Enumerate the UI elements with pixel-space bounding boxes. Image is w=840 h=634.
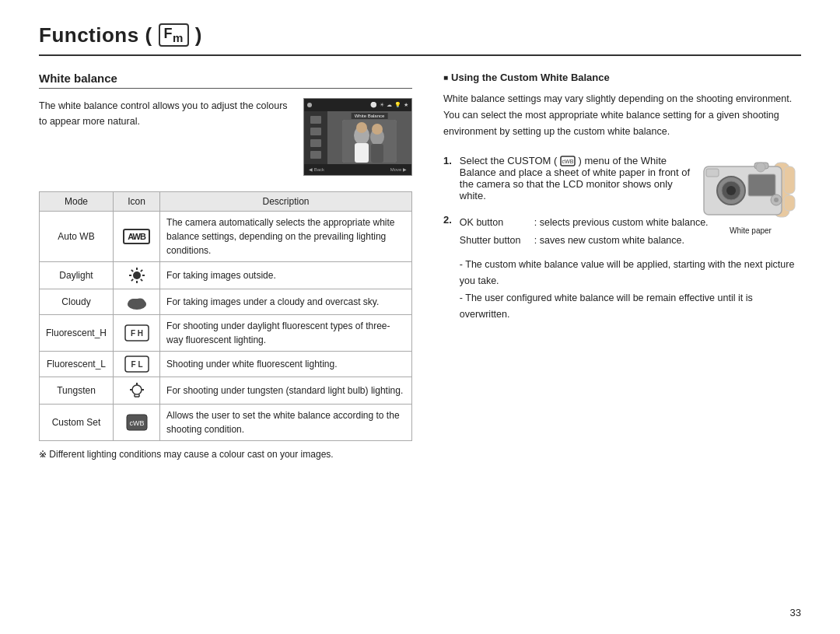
table-row: Tungsten For shooting under tungsten (st…: [40, 377, 412, 404]
table-row: Fluorescent_H F H For shooting under day…: [40, 314, 412, 351]
icon-cell: AWB: [114, 211, 160, 261]
step-2-content: OK button : selects previous custom whit…: [460, 214, 801, 323]
desc-cell: For taking images under a cloudy and ove…: [160, 289, 412, 314]
desc-cell: The camera automatically selects the app…: [160, 211, 412, 261]
screen-icon-4: 💡: [394, 102, 401, 108]
svg-line-14: [140, 270, 142, 271]
mode-cell: Tungsten: [40, 377, 114, 404]
sun-icon: [120, 266, 153, 285]
ok-button-label: OK button: [460, 214, 530, 232]
screen-icon-5: ★: [404, 102, 408, 108]
svg-point-46: [756, 163, 765, 172]
mode-cell: Fluorescent_H: [40, 314, 114, 351]
svg-point-18: [135, 298, 145, 305]
screen-back-label: ◀ Back: [309, 166, 324, 172]
mode-cell: Auto WB: [40, 211, 114, 261]
intro-text: The white balance control allows you to …: [39, 98, 291, 176]
desc-cell: Allows the user to set the white balance…: [160, 404, 412, 440]
intro-block: The white balance control allows you to …: [39, 98, 412, 176]
table-row: Custom Set cWB Allows the user to set th…: [40, 404, 412, 440]
screen-icon-3: ☁: [387, 102, 392, 108]
col-header-mode: Mode: [40, 191, 114, 211]
step-1-number: 1.: [443, 155, 452, 202]
svg-line-12: [131, 270, 132, 271]
svg-text:F H: F H: [130, 329, 142, 338]
svg-line-13: [140, 279, 142, 281]
right-column: Using the Custom White Balance White bal…: [443, 72, 801, 460]
screen-icon-1: ⚪: [370, 102, 377, 108]
svg-text:F L: F L: [131, 360, 142, 369]
mode-cell: Custom Set: [40, 404, 114, 440]
fluorescent-l-icon: F L: [120, 356, 153, 373]
icon-cell: F H: [114, 314, 160, 351]
awb-icon: AWB: [123, 229, 150, 244]
screen-icon-2: ☀: [380, 102, 384, 108]
step-1-content: Select the CUSTOM ( cWB ) menu of the Wh…: [460, 155, 801, 202]
tungsten-icon: [120, 381, 153, 400]
mini-icon-1: [310, 116, 321, 124]
svg-rect-42: [706, 169, 719, 177]
svg-point-7: [133, 271, 141, 279]
mode-cell: Fluorescent_L: [40, 351, 114, 377]
svg-text:cWB: cWB: [129, 419, 144, 427]
fluorescent-h-icon: F H: [120, 324, 153, 342]
mini-icon-4: [310, 151, 321, 159]
shutter-button-line: Shutter button : saves new custom white …: [460, 232, 801, 250]
table-row: Daylight For taking images outside.: [40, 261, 412, 289]
bullet-notes: - The custom white balance value will be…: [460, 257, 801, 323]
svg-rect-0: [342, 120, 397, 163]
left-column: White balance The white balance control …: [39, 72, 412, 460]
screen-move-label: Move ▶: [390, 166, 407, 172]
table-row: Fluorescent_L F L Shooting under white f…: [40, 351, 412, 377]
camera-hand-svg: [700, 155, 801, 225]
functions-icon: Fm: [159, 23, 189, 47]
wb-label: White Balance: [352, 113, 388, 119]
svg-point-6: [372, 124, 383, 135]
svg-rect-43: [748, 174, 775, 196]
right-intro-text: White balance settings may vary slightly…: [443, 91, 801, 141]
camera-hand-container: [700, 155, 801, 225]
screen-center: White Balance: [327, 111, 411, 164]
page-number: 33: [790, 607, 801, 618]
step-1: 1. Select the CUSTOM ( cWB ) menu of the…: [443, 155, 801, 202]
col-header-desc: Description: [160, 191, 412, 211]
svg-rect-2: [355, 143, 369, 163]
step-2-number: 2.: [443, 214, 452, 323]
desc-cell: For taking images outside.: [160, 261, 412, 289]
svg-rect-36: [784, 195, 795, 211]
icon-cell: [114, 377, 160, 404]
table-row: Auto WB AWB The camera automatically sel…: [40, 211, 412, 261]
screen-left-panel: [304, 111, 327, 164]
title-text: Functions (: [39, 23, 152, 47]
icon-cell: F L: [114, 351, 160, 377]
icon-cell: [114, 289, 160, 314]
title-end: ): [189, 23, 202, 47]
col-header-icon: Icon: [114, 191, 160, 211]
svg-text:cWB: cWB: [562, 159, 574, 164]
page-title: Functions (Fm ): [39, 23, 202, 48]
camera-hand-illustration: White paper ↑: [700, 155, 801, 193]
screen-main: White Balance: [304, 111, 411, 164]
table-header-row: Mode Icon Description: [40, 191, 412, 211]
screen-top-bar: ⚪ ☀ ☁ 💡 ★: [304, 99, 411, 111]
bullet-note-1: - The custom white balance value will be…: [460, 257, 801, 290]
mode-cell: Daylight: [40, 261, 114, 289]
svg-point-23: [132, 385, 142, 394]
white-balance-table: Mode Icon Description Auto WB AWB The ca…: [39, 191, 412, 441]
custom-wb-icon-inline: cWB: [560, 156, 576, 166]
section-heading-wb: White balance: [39, 72, 412, 89]
screen-bottom-bar: ◀ Back Move ▶: [304, 164, 411, 175]
right-section-heading: Using the Custom White Balance: [443, 72, 801, 83]
svg-line-15: [131, 279, 132, 281]
couple-image: [342, 120, 397, 163]
bullet-note-2: - The user configured white balance will…: [460, 290, 801, 324]
svg-point-45: [774, 198, 779, 202]
desc-cell: Shooting under white fluorescent lightin…: [160, 351, 412, 377]
svg-point-5: [356, 122, 367, 133]
desc-cell: For shooting under tungsten (standard li…: [160, 377, 412, 404]
custom-set-icon: cWB: [120, 414, 153, 431]
shutter-button-desc: : saves new custom white balance.: [534, 232, 684, 250]
cloud-icon: [120, 293, 153, 310]
svg-rect-35: [784, 166, 795, 194]
screen-top-icons: ⚪ ☀ ☁ 💡 ★: [370, 102, 408, 108]
